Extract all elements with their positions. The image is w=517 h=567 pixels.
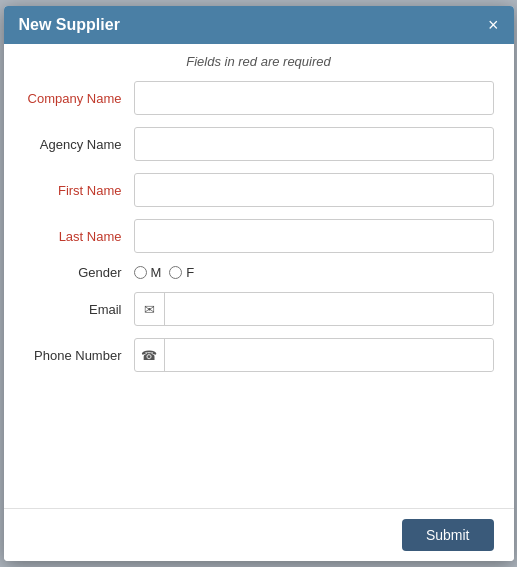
phone-icon: ☎	[135, 339, 165, 371]
gender-f-option[interactable]: F	[169, 265, 194, 280]
last-name-label: Last Name	[24, 229, 134, 244]
email-input[interactable]	[165, 293, 493, 325]
gender-m-radio[interactable]	[134, 266, 147, 279]
gender-row: Gender M F	[24, 265, 494, 280]
submit-button[interactable]: Submit	[402, 519, 494, 551]
first-name-input[interactable]	[134, 173, 494, 207]
gender-f-label: F	[186, 265, 194, 280]
last-name-input[interactable]	[134, 219, 494, 253]
agency-name-input[interactable]	[134, 127, 494, 161]
gender-m-option[interactable]: M	[134, 265, 162, 280]
email-icon: ✉	[135, 293, 165, 325]
modal-footer: Submit	[4, 508, 514, 561]
email-row: Email ✉	[24, 292, 494, 326]
modal-title: New Supplier	[19, 16, 120, 34]
close-button[interactable]: ×	[488, 16, 499, 34]
company-name-input[interactable]	[134, 81, 494, 115]
gender-options: M F	[134, 265, 195, 280]
agency-name-label: Agency Name	[24, 137, 134, 152]
phone-input-wrapper: ☎	[134, 338, 494, 372]
phone-number-row: Phone Number ☎	[24, 338, 494, 372]
phone-input[interactable]	[165, 339, 493, 371]
gender-label: Gender	[24, 265, 134, 280]
first-name-row: First Name	[24, 173, 494, 207]
email-input-wrapper: ✉	[134, 292, 494, 326]
gender-f-radio[interactable]	[169, 266, 182, 279]
required-note: Fields in red are required	[24, 54, 494, 69]
company-name-row: Company Name	[24, 81, 494, 115]
company-name-label: Company Name	[24, 91, 134, 106]
phone-number-label: Phone Number	[24, 348, 134, 363]
first-name-label: First Name	[24, 183, 134, 198]
modal-header: New Supplier ×	[4, 6, 514, 44]
new-supplier-modal: New Supplier × Fields in red are require…	[4, 6, 514, 561]
last-name-row: Last Name	[24, 219, 494, 253]
email-label: Email	[24, 302, 134, 317]
agency-name-row: Agency Name	[24, 127, 494, 161]
modal-body: Fields in red are required Company Name …	[4, 44, 514, 508]
gender-m-label: M	[151, 265, 162, 280]
